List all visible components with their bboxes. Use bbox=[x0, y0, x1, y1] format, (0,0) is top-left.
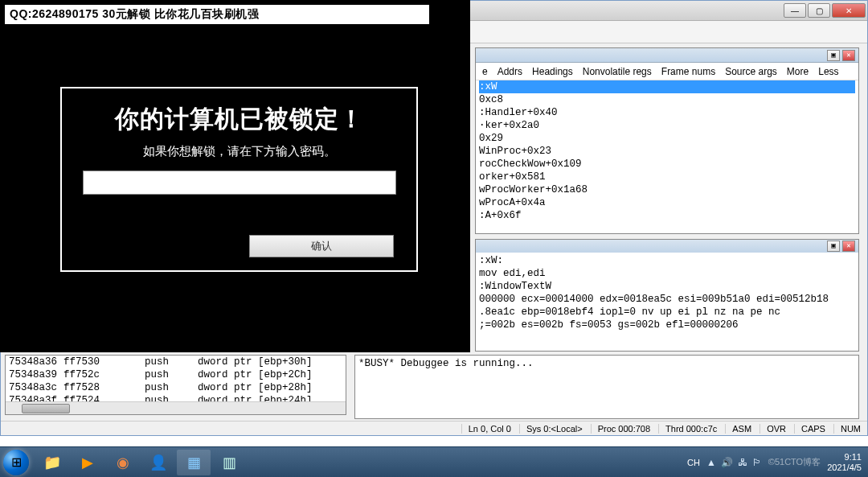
addr-cell: 75348a36 bbox=[9, 356, 57, 368]
tray-up-icon[interactable]: ▲ bbox=[706, 457, 716, 468]
list-item[interactable]: WinProc+0x23 bbox=[479, 145, 855, 158]
list-item[interactable]: wProcWorker+0x1a68 bbox=[479, 183, 855, 196]
ransom-lockscreen: QQ:2624890175 30元解锁 比你花几百块刷机强 你的计算机已被锁定！… bbox=[0, 0, 470, 352]
output-line: :WindowTextW bbox=[479, 280, 855, 293]
chrome-icon[interactable]: ◉ bbox=[106, 450, 140, 475]
command-titlebar[interactable]: ▣ ✕ bbox=[476, 240, 858, 253]
arg-cell: dword ptr [ebp+28h] bbox=[198, 381, 313, 394]
close-button[interactable]: ✕ bbox=[832, 3, 866, 18]
op-cell: push bbox=[145, 368, 169, 381]
ransom-subtitle: 如果你想解锁，请在下方输入密码。 bbox=[78, 144, 400, 159]
output-line: mov edi,edi bbox=[479, 267, 855, 280]
op-cell: push bbox=[145, 381, 169, 394]
ransom-title: 你的计算机已被锁定！ bbox=[78, 103, 400, 136]
output-line: .8ea1c ebp=0018ebf4 iopl=0 nv up ei pl n… bbox=[479, 306, 855, 319]
list-item[interactable]: 0xc8 bbox=[479, 93, 855, 106]
clock-time: 9:11 bbox=[827, 452, 862, 463]
callstack-titlebar[interactable]: ▣ ✕ bbox=[476, 48, 858, 63]
status-asm: ASM bbox=[725, 424, 751, 434]
start-button[interactable]: ⊞ bbox=[0, 447, 32, 478]
table-row[interactable]: 75348a36 ff7530 push dword ptr [ebp+30h] bbox=[6, 356, 346, 368]
menu-less[interactable]: Less bbox=[818, 66, 838, 77]
tray-watermark: ©51CTO博客 bbox=[768, 456, 821, 468]
tray-action-icon[interactable]: 🏳 bbox=[752, 457, 762, 468]
ransom-contact-text: QQ:2624890175 30元解锁 比你花几百块刷机强 bbox=[10, 7, 259, 22]
list-item[interactable]: 0x29 bbox=[479, 132, 855, 145]
busy-panel: *BUSY* Debuggee is running... bbox=[354, 355, 859, 419]
arg-cell: dword ptr [ebp+2Ch] bbox=[198, 368, 313, 381]
bytes-cell: ff7528 bbox=[63, 381, 100, 394]
list-item[interactable]: rocCheckWow+0x109 bbox=[479, 158, 855, 171]
status-position: Ln 0, Col 0 bbox=[461, 424, 511, 434]
panel-restore-icon[interactable]: ▣ bbox=[827, 50, 840, 61]
command-panel: ▣ ✕ :xW: mov edi,edi :WindowTextW 000000… bbox=[475, 239, 859, 352]
menu-headings[interactable]: Headings bbox=[532, 66, 573, 77]
tray-network-icon[interactable]: 🖧 bbox=[738, 457, 747, 468]
arg-cell: dword ptr [ebp+30h] bbox=[198, 356, 313, 368]
list-item[interactable]: ·ker+0x2a0 bbox=[479, 119, 855, 132]
system-tray: CH ▲ 🔊 🖧 🏳 ©51CTO博客 9:11 2021/4/5 bbox=[681, 452, 868, 473]
menu-framenums[interactable]: Frame nums bbox=[661, 66, 715, 77]
list-item[interactable]: :xW bbox=[479, 80, 855, 93]
panel-close-icon[interactable]: ✕ bbox=[842, 50, 855, 61]
ransom-contact-bar: QQ:2624890175 30元解锁 比你花几百块刷机强 bbox=[4, 4, 430, 25]
panel-restore-icon[interactable]: ▣ bbox=[827, 241, 840, 252]
menu-e[interactable]: e bbox=[482, 66, 488, 77]
op-cell: push bbox=[145, 356, 169, 368]
procmon-icon[interactable]: ▦ bbox=[177, 450, 211, 475]
panel-close-icon[interactable]: ✕ bbox=[842, 241, 855, 252]
status-proc: Proc 000:708 bbox=[591, 424, 650, 434]
explorer-icon[interactable]: 📁 bbox=[35, 450, 69, 475]
status-num: NUM bbox=[833, 424, 861, 434]
statusbar: Ln 0, Col 0 Sys 0:<Local> Proc 000:708 T… bbox=[1, 421, 867, 435]
ransom-password-input[interactable] bbox=[83, 171, 396, 195]
status-caps: CAPS bbox=[794, 424, 825, 434]
mediaplayer-icon[interactable]: ▶ bbox=[71, 450, 104, 475]
menu-more[interactable]: More bbox=[787, 66, 809, 77]
busy-tag: *BUSY* bbox=[358, 358, 395, 369]
command-output[interactable]: :xW: mov edi,edi :WindowTextW 000000 ecx… bbox=[476, 253, 858, 333]
addr-cell: 75348a39 bbox=[9, 368, 57, 381]
portrait-icon[interactable]: 👤 bbox=[141, 450, 175, 475]
list-item[interactable]: :A+0x6f bbox=[479, 209, 855, 222]
table-row[interactable]: 75348a39 ff752c push dword ptr [ebp+2Ch] bbox=[6, 368, 346, 381]
clock-date: 2021/4/5 bbox=[827, 463, 862, 473]
tray-speaker-icon[interactable]: 🔊 bbox=[721, 457, 733, 468]
ransom-dialog: 你的计算机已被锁定！ 如果你想解锁，请在下方输入密码。 确认 bbox=[60, 87, 418, 272]
scroll-thumb[interactable] bbox=[22, 404, 70, 413]
callstack-menu: e Addrs Headings Nonvolatile regs Frame … bbox=[476, 63, 858, 80]
horizontal-scrollbar[interactable] bbox=[6, 401, 346, 414]
taskbar-pinned: 📁 ▶ ◉ 👤 ▦ ▥ bbox=[35, 450, 246, 475]
status-sys: Sys 0:<Local> bbox=[519, 424, 583, 434]
status-ovr: OVR bbox=[760, 424, 786, 434]
output-line: :xW: bbox=[479, 254, 855, 267]
menu-addrs[interactable]: Addrs bbox=[497, 66, 522, 77]
bytes-cell: ff752c bbox=[63, 368, 100, 381]
windows-logo-icon: ⊞ bbox=[3, 450, 29, 475]
status-thrd: Thrd 000:c7c bbox=[658, 424, 717, 434]
olly-icon[interactable]: ▥ bbox=[212, 450, 246, 475]
maximize-button[interactable]: ▢ bbox=[808, 3, 830, 18]
callstack-list[interactable]: :xW 0xc8 :Handler+0x40 ·ker+0x2a0 0x29 W… bbox=[476, 80, 858, 233]
list-item[interactable]: orker+0x581 bbox=[479, 171, 855, 183]
list-item[interactable]: wProcA+0x4a bbox=[479, 196, 855, 209]
menu-nonvolatile[interactable]: Nonvolatile regs bbox=[583, 66, 652, 77]
list-item[interactable]: :Handler+0x40 bbox=[479, 106, 855, 119]
addr-cell: 75348a3c bbox=[9, 381, 57, 394]
callstack-panel: ▣ ✕ e Addrs Headings Nonvolatile regs Fr… bbox=[475, 47, 859, 234]
menu-sourceargs[interactable]: Source args bbox=[725, 66, 777, 77]
output-line: ;=002b es=002b fs=0053 gs=002b efl=00000… bbox=[479, 319, 855, 331]
table-row[interactable]: 75348a3c ff7528 push dword ptr [ebp+28h] bbox=[6, 381, 346, 394]
busy-message: Debuggee is running... bbox=[401, 358, 534, 369]
tray-lang[interactable]: CH bbox=[687, 458, 700, 467]
taskbar: ⊞ 📁 ▶ ◉ 👤 ▦ ▥ CH ▲ 🔊 🖧 🏳 ©51CTO博客 9:11 2… bbox=[0, 446, 868, 477]
bytes-cell: ff7530 bbox=[63, 356, 100, 368]
tray-clock[interactable]: 9:11 2021/4/5 bbox=[827, 452, 862, 473]
ransom-confirm-button[interactable]: 确认 bbox=[249, 235, 394, 257]
output-line: 000000 ecx=00014000 edx=0018ea5c esi=009… bbox=[479, 293, 855, 306]
minimize-button[interactable]: — bbox=[784, 3, 806, 18]
disassembly-panel[interactable]: 75348a36 ff7530 push dword ptr [ebp+30h]… bbox=[5, 355, 346, 415]
